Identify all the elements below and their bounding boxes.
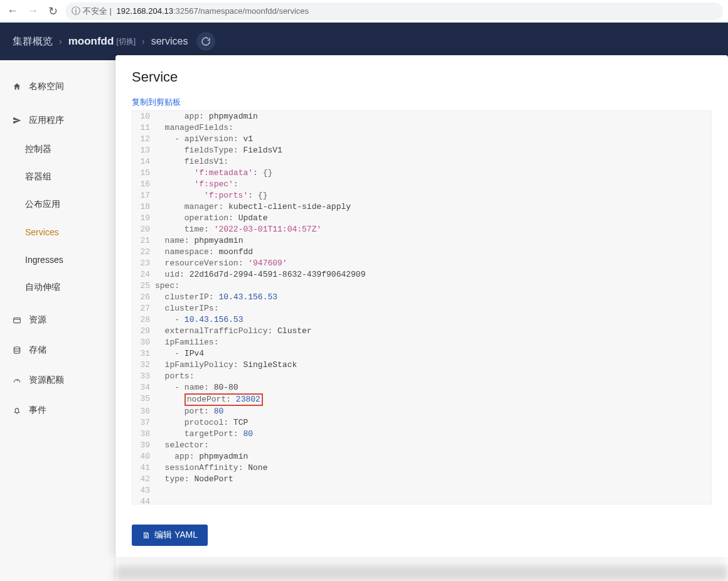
line-content: port: 80: [155, 406, 711, 417]
sidebar-item-autoscale[interactable]: 自动伸缩: [0, 274, 115, 301]
line-number: 10: [132, 111, 155, 122]
line-content: resourceVersion: '947609': [155, 258, 711, 269]
sidebar-item-storage[interactable]: 存储: [0, 335, 115, 365]
code-line: 44: [132, 496, 711, 504]
sidebar-item-label: 事件: [29, 405, 46, 416]
crumb-namespace[interactable]: moonfdd: [68, 35, 114, 48]
code-line: 41 sessionAffinity: None: [132, 462, 711, 474]
line-content: [155, 485, 711, 496]
namespace-switch-link[interactable]: [切换]: [116, 36, 136, 47]
line-number: 13: [132, 145, 155, 156]
line-number: 41: [132, 462, 155, 474]
line-content: app: phpmyadmin: [155, 111, 711, 122]
line-content: time: '2022-03-01T11:04:57Z': [155, 224, 711, 235]
code-line: 20 time: '2022-03-01T11:04:57Z': [132, 224, 711, 235]
line-number: 16: [132, 179, 155, 190]
copy-to-clipboard-link[interactable]: 复制到剪贴板: [132, 97, 712, 108]
sidebar-item-label: 应用程序: [29, 115, 64, 126]
sidebar-item-label: 容器组: [25, 171, 51, 183]
line-number: 38: [132, 429, 155, 440]
refresh-button[interactable]: [196, 32, 215, 51]
sidebar-item-label: 控制器: [25, 144, 51, 155]
nav-reload-icon[interactable]: ↻: [45, 4, 60, 18]
line-content: externalTrafficPolicy: Cluster: [155, 326, 711, 337]
line-number: 40: [132, 451, 155, 462]
line-number: 32: [132, 360, 155, 371]
line-number: 27: [132, 303, 155, 314]
code-line: 21 name: phpmyadmin: [132, 235, 711, 247]
nav-forward-icon[interactable]: →: [25, 4, 40, 18]
code-line: 12 - apiVersion: v1: [132, 134, 711, 145]
sidebar: 名称空间 应用程序 控制器 容器组 公布应用 Services Ingresse…: [0, 60, 115, 581]
code-line: 39 selector:: [132, 440, 711, 451]
code-line: 14 fieldsV1:: [132, 156, 711, 168]
sidebar-item-label: 名称空间: [29, 81, 64, 92]
code-line: 24 uid: 22d16d7d-2994-4591-8632-439f9064…: [132, 269, 711, 280]
line-content: 'f:metadata': {}: [155, 168, 711, 179]
yaml-code-block[interactable]: 10 app: phpmyadmin11 managedFields:12 - …: [132, 110, 712, 504]
home-icon: [13, 82, 24, 91]
code-line: 37 protocol: TCP: [132, 417, 711, 429]
code-line: 30 ipFamilies:: [132, 337, 711, 348]
code-line: 29 externalTrafficPolicy: Cluster: [132, 326, 711, 337]
chevron-right-icon: ›: [59, 36, 62, 46]
line-content: manager: kubectl-client-side-apply: [155, 201, 711, 213]
line-content: protocol: TCP: [155, 417, 711, 429]
line-number: 36: [132, 406, 155, 417]
line-content: operation: Update: [155, 213, 711, 224]
line-number: 26: [132, 292, 155, 303]
line-content: clusterIPs:: [155, 303, 711, 314]
line-content: uid: 22d16d7d-2994-4591-8632-439f9064290…: [155, 269, 711, 280]
sidebar-item-pods[interactable]: 容器组: [0, 163, 115, 191]
code-line: 42 type: NodePort: [132, 474, 711, 485]
line-content: ports:: [155, 371, 711, 382]
sidebar-item-namespace[interactable]: 名称空间: [0, 72, 115, 102]
line-number: 31: [132, 348, 155, 360]
line-number: 25: [132, 280, 155, 292]
sidebar-item-label: 存储: [29, 344, 46, 356]
browser-toolbar: ← → ↻ ⓘ 不安全 | 192.168.204.13:32567/names…: [0, 0, 728, 23]
edit-yaml-label: 编辑 YAML: [154, 530, 198, 541]
line-content: - IPv4: [155, 348, 711, 360]
crumb-cluster-overview[interactable]: 集群概览: [13, 35, 53, 48]
code-line: 18 manager: kubectl-client-side-apply: [132, 201, 711, 213]
edit-yaml-button[interactable]: 🗎 编辑 YAML: [132, 525, 208, 546]
panel-title: Service: [132, 69, 712, 85]
sidebar-item-ingresses[interactable]: Ingresses: [0, 246, 115, 274]
crumb-services[interactable]: services: [151, 36, 188, 47]
code-line: 11 managedFields:: [132, 122, 711, 134]
line-content: app: phpmyadmin: [155, 451, 711, 462]
sidebar-item-publish[interactable]: 公布应用: [0, 191, 115, 218]
line-content: ipFamilyPolicy: SingleStack: [155, 360, 711, 371]
sidebar-item-quota[interactable]: 资源配额: [0, 365, 115, 395]
line-number: 18: [132, 201, 155, 213]
line-number: 43: [132, 485, 155, 496]
code-line: 19 operation: Update: [132, 213, 711, 224]
line-number: 30: [132, 337, 155, 348]
line-content: name: phpmyadmin: [155, 235, 711, 247]
sidebar-item-label: 公布应用: [25, 199, 60, 210]
document-icon: 🗎: [142, 530, 151, 540]
line-content: - apiVersion: v1: [155, 134, 711, 145]
box-icon: [13, 316, 24, 324]
line-content: fieldsV1:: [155, 156, 711, 168]
sidebar-item-controllers[interactable]: 控制器: [0, 136, 115, 163]
sidebar-item-events[interactable]: 事件: [0, 395, 115, 425]
sidebar-item-apps[interactable]: 应用程序: [0, 105, 115, 136]
line-content: - 10.43.156.53: [155, 314, 711, 326]
code-line: 27 clusterIPs:: [132, 303, 711, 314]
line-number: 23: [132, 258, 155, 269]
bell-icon: [13, 406, 24, 415]
address-bar[interactable]: ⓘ 不安全 | 192.168.204.13:32567/namespace/m…: [65, 3, 723, 20]
line-content: managedFields:: [155, 122, 711, 134]
line-content: namespace: moonfdd: [155, 247, 711, 258]
line-content: type: NodePort: [155, 474, 711, 485]
url-text: 192.168.204.13:32567/namespace/moonfdd/s…: [117, 6, 309, 16]
line-content: clusterIP: 10.43.156.53: [155, 292, 711, 303]
code-line: 16 'f:spec':: [132, 179, 711, 190]
nav-back-icon[interactable]: ←: [5, 4, 20, 18]
sidebar-item-services[interactable]: Services: [0, 218, 115, 246]
sidebar-item-label: Services: [25, 227, 59, 237]
sidebar-item-resources[interactable]: 资源: [0, 305, 115, 335]
line-number: 12: [132, 134, 155, 145]
